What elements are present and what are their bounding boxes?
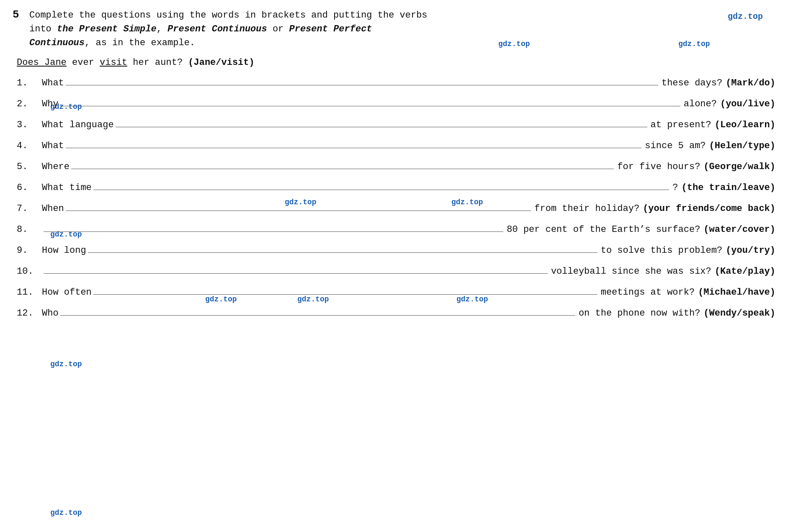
q4-number: 4.: [17, 141, 42, 151]
q12-end: on the phone now with?: [579, 308, 700, 319]
watermark-11: gdz.top: [50, 509, 82, 517]
q5-end: for five hours?: [617, 162, 700, 172]
q8-hint: (water/cover): [703, 224, 775, 235]
q7-hint: (your friends/come back): [643, 203, 775, 214]
question-row-3: 3. What language at present? (Leo/learn): [17, 118, 775, 133]
question-row-7: 7. When from their holiday? (your friend…: [17, 202, 775, 217]
watermark-10: gdz.top: [50, 360, 82, 368]
q9-number: 9.: [17, 245, 42, 256]
q12-number: 12.: [17, 308, 42, 319]
q4-blank[interactable]: [66, 139, 642, 148]
q9-end: to solve this problem?: [601, 245, 722, 256]
q6-start: What time: [42, 182, 92, 193]
q6-hint: (the train/leave): [682, 182, 775, 193]
q10-blank[interactable]: [44, 265, 548, 274]
q11-hint: (Michael/have): [698, 287, 775, 298]
question-row-6: 6. What time ? (the train/leave): [17, 181, 775, 196]
q7-start: When: [42, 203, 64, 214]
q6-end: ?: [672, 182, 678, 193]
q9-hint: (you/try): [726, 245, 775, 256]
q5-start: Where: [42, 162, 70, 172]
question-row-4: 4. What since 5 am? (Helen/type): [17, 139, 775, 154]
question-row-1: 1. What these days? (Mark/do): [17, 76, 775, 91]
q2-start: Why: [42, 99, 59, 109]
q5-hint: (George/walk): [703, 162, 775, 172]
q11-blank[interactable]: [93, 285, 597, 295]
gdz-top-label: gdz.top: [728, 12, 763, 21]
q4-hint: (Helen/type): [709, 141, 775, 151]
q9-start: How long: [42, 245, 86, 256]
q12-blank[interactable]: [60, 306, 575, 316]
q3-hint: (Leo/learn): [715, 120, 775, 130]
q10-number: 10.: [17, 266, 42, 277]
q1-blank[interactable]: [66, 76, 658, 85]
q1-number: 1.: [17, 78, 42, 88]
q3-end: at present?: [651, 120, 711, 130]
q2-hint: (you/live): [720, 99, 775, 109]
question-row-2: 2. Why alone? (you/live): [17, 97, 775, 112]
q11-start: How often: [42, 287, 92, 298]
q12-hint: (Wendy/speak): [703, 308, 775, 319]
example-verb: visit: [100, 57, 127, 68]
question-row-10: 10. volleyball since she was six? (Kate/…: [17, 265, 775, 280]
q3-blank[interactable]: [116, 118, 647, 127]
q5-number: 5.: [17, 162, 42, 172]
question-row-9: 9. How long to solve this problem? (you/…: [17, 244, 775, 259]
q2-blank[interactable]: [60, 97, 680, 106]
q1-hint: (Mark/do): [726, 78, 775, 88]
q1-start: What: [42, 78, 64, 88]
question-row-11: 11. How often meetings at work? (Michael…: [17, 285, 775, 301]
question-row-5: 5. Where for five hours? (George/walk): [17, 160, 775, 175]
example-subject: Does Jane: [17, 57, 67, 68]
q4-start: What: [42, 141, 64, 151]
q5-blank[interactable]: [71, 160, 614, 169]
question-row-12: 12. Who on the phone now with? (Wendy/sp…: [17, 306, 775, 321]
q3-start: What language: [42, 120, 114, 130]
q11-number: 11.: [17, 287, 42, 298]
q10-end: volleyball since she was six?: [551, 266, 711, 277]
q3-number: 3.: [17, 120, 42, 130]
q8-number: 8.: [17, 224, 42, 235]
q7-blank[interactable]: [66, 202, 531, 211]
q2-number: 2.: [17, 99, 42, 109]
q11-end: meetings at work?: [601, 287, 695, 298]
q8-end: 80 per cent of the Earth’s surface?: [507, 224, 700, 235]
q4-end: since 5 am?: [645, 141, 706, 151]
q9-blank[interactable]: [88, 244, 597, 253]
q2-end: alone?: [684, 99, 717, 109]
q12-start: Who: [42, 308, 59, 319]
example-line: Does Jane ever visit her aunt? (Jane/vis…: [13, 57, 775, 68]
questions-container: 1. What these days? (Mark/do) 2. Why alo…: [13, 76, 775, 321]
exercise-header: 5 Complete the questions using the words…: [13, 8, 775, 50]
q10-hint: (Kate/play): [715, 266, 775, 277]
q7-number: 7.: [17, 203, 42, 214]
exercise-title: Complete the questions using the words i…: [29, 8, 775, 50]
q6-blank[interactable]: [93, 181, 670, 190]
q6-number: 6.: [17, 182, 42, 193]
question-row-8: 8. 80 per cent of the Earth’s surface? (…: [17, 223, 775, 238]
q7-end: from their holiday?: [534, 203, 639, 214]
exercise-number: 5: [13, 8, 25, 21]
q8-blank[interactable]: [44, 223, 503, 232]
q1-end: these days?: [662, 78, 722, 88]
